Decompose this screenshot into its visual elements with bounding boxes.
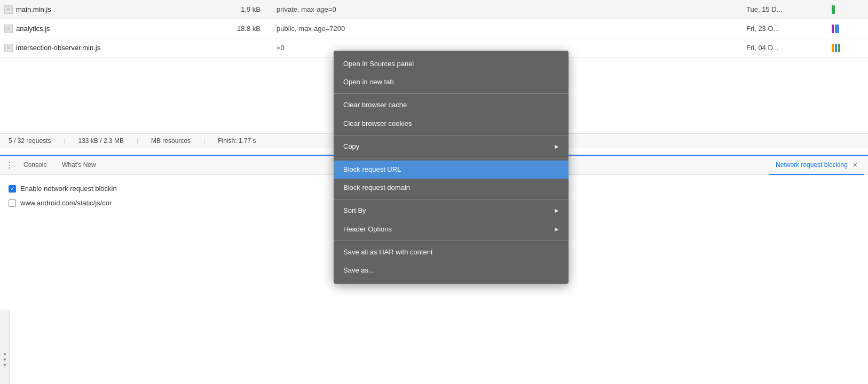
waterfall <box>832 25 864 33</box>
menu-item-label: Save as... <box>343 266 559 275</box>
menu-item-label: Open in Sources panel <box>343 59 559 69</box>
context-menu: Open in Sources panel Open in new tab Cl… <box>334 51 569 284</box>
file-icon <box>4 25 13 33</box>
menu-item-label: Save all as HAR with content <box>343 247 559 257</box>
file-name-col: intersection-observer.min.js <box>4 44 207 52</box>
menu-item-save-har[interactable]: Save all as HAR with content <box>334 243 569 261</box>
menu-item-sort-by[interactable]: Sort By ▶ <box>334 202 569 220</box>
divider: | <box>137 137 138 145</box>
sidebar-dot <box>4 358 6 361</box>
menu-item-label: Header Options <box>343 225 555 234</box>
file-size: 1.9 kB <box>207 5 271 13</box>
menu-section-clear: Clear browser cache Clear browser cookie… <box>334 94 569 135</box>
sidebar-dot <box>4 364 6 366</box>
submenu-arrow-icon: ▶ <box>555 226 559 233</box>
file-name: main.min.js <box>16 5 51 13</box>
menu-item-label: Open in new tab <box>343 77 559 87</box>
menu-item-label: Clear browser cache <box>343 100 559 110</box>
main-panel: main.min.js 1.9 kB private, max-age=0 Tu… <box>0 0 868 384</box>
waterfall <box>832 5 864 14</box>
file-date: Fri, 23 O... <box>746 25 832 33</box>
tab-console[interactable]: Console <box>17 156 53 175</box>
menu-item-label: Clear browser cookies <box>343 119 559 129</box>
waterfall-bar-green <box>832 5 835 14</box>
menu-item-label: Copy <box>343 142 555 151</box>
waterfall-bar-blue <box>835 25 839 33</box>
tab-menu-icon[interactable]: ⋮ <box>4 160 15 171</box>
waterfall <box>832 44 864 52</box>
menu-section-save: Save all as HAR with content Save as... <box>334 241 569 282</box>
file-icon <box>4 44 13 52</box>
svg-rect-8 <box>6 45 11 51</box>
menu-item-label: Block request domain <box>343 183 559 193</box>
checkbox-unchecked[interactable] <box>9 199 16 207</box>
transfer-size: 133 kB / 2.3 MB <box>78 137 124 145</box>
tab-whats-new[interactable]: What's New <box>56 156 102 175</box>
finish-time: Finish: 1.77 s <box>218 137 256 145</box>
tab-network-request-blocking[interactable]: Network request blocking × <box>769 156 864 175</box>
menu-section-open: Open in Sources panel Open in new tab <box>334 53 569 94</box>
close-tab-button[interactable]: × <box>853 161 857 169</box>
file-date: Fri, 04 D... <box>746 44 832 52</box>
menu-item-block-domain[interactable]: Block request domain <box>334 179 569 197</box>
svg-rect-0 <box>6 6 11 13</box>
tab-label: Network request blocking <box>776 161 848 169</box>
file-name: analytics.js <box>16 25 50 33</box>
file-icon <box>4 5 13 14</box>
file-name-col: main.min.js <box>4 5 207 14</box>
submenu-arrow-icon: ▶ <box>555 143 559 150</box>
cache-control: private, max-age=0 <box>271 5 746 13</box>
waterfall-bar-blue <box>835 44 837 52</box>
menu-item-clear-cookies[interactable]: Clear browser cookies <box>334 115 569 133</box>
menu-item-save-as[interactable]: Save as... <box>334 261 569 279</box>
blocking-item-label: www.android.com/static/js/cor <box>20 199 112 207</box>
menu-item-label: Sort By <box>343 206 555 215</box>
menu-item-copy[interactable]: Copy ▶ <box>334 138 569 156</box>
menu-item-clear-cache[interactable]: Clear browser cache <box>334 96 569 114</box>
cache-control: public, max-age=7200 <box>271 25 746 33</box>
file-name: intersection-observer.min.js <box>16 44 100 52</box>
menu-item-open-new-tab[interactable]: Open in new tab <box>334 73 569 91</box>
waterfall-bar-green <box>838 44 840 52</box>
divider: | <box>203 137 205 145</box>
file-name-col: analytics.js <box>4 25 207 33</box>
sidebar-dot <box>4 353 6 355</box>
menu-section-copy: Copy ▶ <box>334 135 569 158</box>
divider: | <box>64 137 65 145</box>
file-size: 18.8 kB <box>207 25 271 33</box>
menu-item-header-options[interactable]: Header Options ▶ <box>334 220 569 238</box>
request-count: 5 / 32 requests <box>9 137 51 145</box>
menu-item-open-sources[interactable]: Open in Sources panel <box>334 55 569 73</box>
table-row[interactable]: main.min.js 1.9 kB private, max-age=0 Tu… <box>0 0 868 19</box>
svg-rect-4 <box>6 26 11 32</box>
waterfall-bar-purple <box>832 25 834 33</box>
menu-section-block: Block request URL Block request domain <box>334 158 569 199</box>
menu-item-block-url[interactable]: Block request URL <box>334 161 569 179</box>
waterfall-bar-orange <box>832 44 834 52</box>
table-row[interactable]: analytics.js 18.8 kB public, max-age=720… <box>0 19 868 38</box>
submenu-arrow-icon: ▶ <box>555 207 559 214</box>
check-mark: ✓ <box>10 186 14 191</box>
left-sidebar <box>0 310 10 384</box>
menu-section-sort: Sort By ▶ Header Options ▶ <box>334 199 569 241</box>
checkbox-checked[interactable]: ✓ <box>9 185 16 193</box>
blocking-item-label: Enable network request blockin <box>20 185 117 193</box>
menu-item-label: Block request URL <box>343 165 559 174</box>
file-date: Tue, 15 D... <box>746 5 832 13</box>
resources: MB resources <box>151 137 191 145</box>
